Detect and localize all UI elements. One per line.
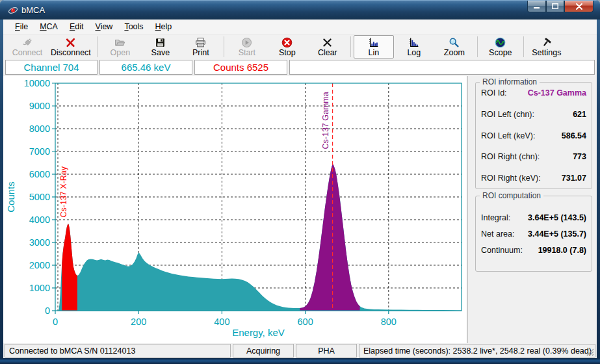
toolbar-button-label: Lin (369, 48, 380, 57)
menu-mca[interactable]: MCA (34, 20, 64, 33)
menu-view[interactable]: View (90, 20, 119, 33)
close-icon (576, 3, 582, 10)
resize-grip[interactable] (586, 348, 594, 356)
log-button[interactable]: Log (394, 35, 434, 58)
window-controls (527, 1, 593, 12)
close-button[interactable] (564, 1, 593, 12)
roi-row: Continuum:19918.0 (7.8) (481, 242, 586, 258)
y-tick-label: 6000 (29, 169, 50, 179)
menu-tools[interactable]: Tools (118, 20, 149, 33)
minimize-button[interactable] (527, 1, 546, 12)
floppy-icon (155, 37, 166, 48)
lin-button[interactable]: Lin (354, 35, 394, 58)
toolbar-button-label: Scope (489, 48, 512, 57)
roi-row-value: 3.64E+5 (143.5) (528, 213, 586, 222)
y-tick-label: 2000 (29, 260, 50, 270)
toolbar-button-label: Disconnect (51, 48, 91, 57)
roi-row-value: 621 (573, 110, 586, 119)
stop-button[interactable]: Stop (267, 35, 307, 58)
connect-button: Connect (7, 35, 47, 58)
clear-button[interactable]: Clear (307, 35, 348, 58)
x-tick-label: 600 (298, 317, 313, 327)
roi-annotation: Cs-137 Gamma (321, 92, 330, 149)
elapsed-time-status: Elapsed time (seconds): 2538.2 live*, 25… (359, 344, 595, 358)
y-tick-label: 10000 (24, 78, 50, 88)
roi-row: ROI Right (chn):773 (481, 146, 586, 168)
toolbar-button-label: Connect (12, 48, 43, 57)
toolbar-separator (477, 36, 478, 57)
zoom-button[interactable]: Zoom (434, 35, 475, 58)
roi-row-label: ROI Right (keV): (481, 174, 541, 183)
toolbar-button-label: Start (239, 48, 255, 57)
y-tick-label: 8000 (29, 124, 50, 134)
roi-row-label: ROI Left (chn): (481, 110, 534, 119)
log-chart-icon (408, 37, 419, 48)
roi-annotation: Cs-137 X-Ray (59, 166, 68, 217)
menu-edit[interactable]: Edit (64, 20, 90, 33)
stop-icon (281, 37, 293, 48)
y-tick-label: 7000 (29, 146, 50, 157)
x-tick-label: 200 (131, 317, 146, 327)
roi-row-label: ROI Left (keV): (481, 131, 535, 140)
folder-icon (114, 37, 125, 48)
mode-status: PHA (296, 344, 357, 358)
spare-readout (289, 60, 595, 75)
acquisition-status: Acquiring (233, 344, 294, 358)
print-button[interactable]: Print (181, 35, 221, 58)
status-bar: Connected to bMCA S/N 01124013AcquiringP… (3, 343, 597, 358)
roi-region (300, 164, 359, 311)
menu-file[interactable]: File (9, 20, 34, 33)
spectrum-chart[interactable]: Cs-137 X-RayCs-137 Gamma0100020003000400… (5, 77, 468, 341)
disconnect-x-icon (65, 37, 76, 48)
roi-computation-group: ROI computation Integral:3.64E+5 (143.5)… (475, 196, 592, 272)
maximize-icon (552, 3, 558, 9)
minimize-icon (534, 3, 540, 9)
y-tick-label: 4000 (29, 214, 50, 225)
toolbar-button-label: Open (111, 48, 131, 57)
channel-readout: Channel 704 (5, 60, 98, 75)
printer-icon (195, 37, 206, 48)
y-tick-label: 0 (45, 306, 50, 316)
disconnect-button[interactable]: Disconnect (47, 35, 94, 58)
y-tick-label: 5000 (29, 192, 50, 202)
toolbar-button-label: Stop (279, 48, 296, 57)
roi-region (62, 224, 77, 311)
toolbar-separator (523, 36, 524, 57)
toolbar-button-label: Zoom (444, 48, 465, 57)
toolbar-button-label: Save (151, 48, 170, 57)
menu-help[interactable]: Help (150, 20, 178, 33)
toolbar-button-label: Clear (318, 48, 337, 57)
spectrum-area (59, 164, 462, 311)
roi-row: ROI Left (chn):621 (481, 104, 586, 125)
toolbar-button-label: Log (407, 48, 421, 57)
x-tick-label: 800 (381, 317, 397, 327)
cursor-info-bar: Channel 704665.46 keVCounts 6525 (3, 59, 597, 76)
toolbar-separator (97, 36, 98, 57)
x-tick-label: 0 (53, 317, 58, 327)
save-button[interactable]: Save (140, 35, 181, 58)
title-bar[interactable]: bMCA (0, 0, 600, 20)
scope-icon (495, 37, 506, 48)
maximize-button[interactable] (546, 1, 564, 12)
roi-row: ROI Right (keV):731.07 (481, 167, 586, 188)
roi-row: Net area:3.44E+5 (135.7) (481, 226, 586, 242)
roi-row: ROI Id:Cs-137 Gamma (481, 83, 586, 104)
spectrum-plot[interactable]: Cs-137 X-RayCs-137 Gamma0100020003000400… (5, 77, 468, 341)
bmca-window: bMCA FileMCAEditViewToolsHelp ConnectDis… (0, 0, 600, 364)
app-icon (8, 5, 18, 16)
open-button: Open (100, 35, 140, 58)
roi-row-value: Cs-137 Gamma (528, 88, 586, 98)
main-area: Cs-137 X-RayCs-137 Gamma0100020003000400… (3, 76, 597, 343)
toolbar-button-label: Settings (532, 48, 561, 57)
counts-readout: Counts 6525 (194, 60, 287, 75)
settings-button[interactable]: Settings (527, 35, 567, 58)
clear-x-icon (322, 37, 333, 48)
roi-row-value: 731.07 (562, 174, 586, 183)
connection-status: Connected to bMCA S/N 01124013 (5, 344, 231, 358)
window-bottom-frame (0, 358, 600, 364)
scope-button[interactable]: Scope (480, 35, 521, 58)
roi-row-value: 586.54 (562, 131, 586, 140)
magnifier-icon (449, 37, 460, 48)
roi-row-label: ROI Id: (481, 88, 507, 98)
window-title: bMCA (21, 1, 45, 20)
